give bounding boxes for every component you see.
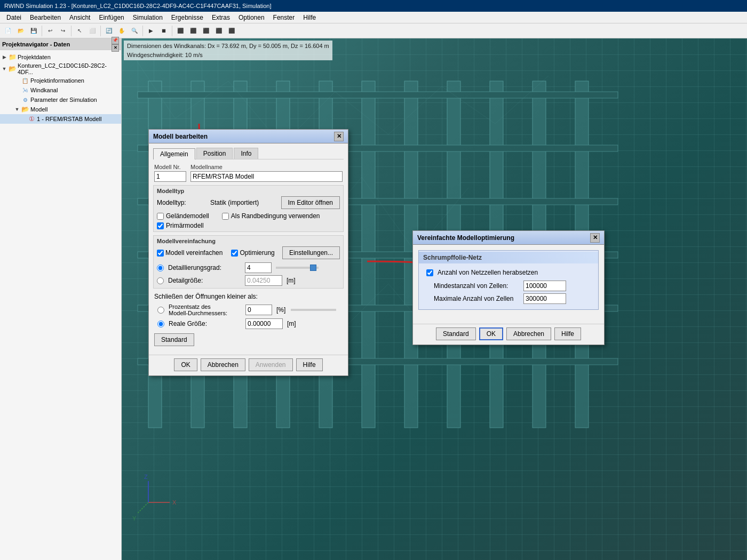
prozentsatz-row: Prozentsatz desModell-Durchmessers: [%]	[154, 302, 343, 317]
rb-reale-groesse[interactable]	[157, 321, 164, 327]
detail-slider[interactable]	[276, 267, 319, 269]
tree-item-parameter[interactable]: ⚙ Parameter der Simulation	[0, 95, 121, 105]
tree-item-modell-folder[interactable]: ▼ 📂 Modell	[0, 105, 121, 114]
cb-gelaendemodell[interactable]	[157, 213, 164, 220]
toolbar-zoom[interactable]: 🔍	[129, 25, 140, 37]
modell-nr-input[interactable]	[154, 171, 186, 182]
toolbar-select[interactable]: ⬜	[86, 25, 98, 37]
cb-randbedingung-label: Als Randbedingung verwenden	[231, 212, 320, 220]
tree-item-projektdaten[interactable]: ▶ 📁 Projektdaten	[0, 52, 121, 62]
rb-prozentsatz[interactable]	[157, 307, 164, 314]
dialog-modelloptimierung: Vereinfachte Modelloptimierung ✕ Schrump…	[412, 230, 605, 345]
toolbar-view3[interactable]: ⬛	[200, 25, 212, 37]
section-modelltyp: Modelltyp Modelltyp: Statik (importiert)…	[153, 185, 344, 232]
rb-detailgroesse-label: Detailgröße:	[168, 277, 243, 284]
tab-position[interactable]: Position	[196, 148, 233, 159]
toolbar-redo[interactable]: ↪	[57, 25, 69, 37]
btn-abbrechen[interactable]: Abbrechen	[201, 358, 245, 371]
navigator-pin[interactable]: 📌	[112, 37, 119, 44]
dialog2-close[interactable]: ✕	[590, 233, 600, 243]
oeffnung-slider[interactable]	[291, 309, 336, 311]
toolbar-pan[interactable]: ✋	[116, 25, 128, 37]
tab-allgemein[interactable]: Allgemein	[153, 148, 195, 159]
btn2-ok[interactable]: OK	[479, 327, 503, 340]
toolbar-stop[interactable]: ⏹	[158, 25, 170, 37]
tree-label-modell-folder: Modell	[30, 106, 47, 113]
cb-optimierung[interactable]	[231, 250, 238, 257]
toolbar-undo[interactable]: ↩	[44, 25, 56, 37]
detaillierungsgrad-input[interactable]	[245, 262, 272, 273]
menu-bearbeiten[interactable]: Bearbeiten	[26, 13, 65, 22]
btn-editor-oeffnen[interactable]: Im Editor öffnen	[281, 196, 340, 209]
toolbar-rotate[interactable]: 🔄	[103, 25, 115, 37]
toolbar-cursor[interactable]: ↖	[74, 25, 85, 37]
menu-hilfe[interactable]: Hilfe	[299, 13, 320, 22]
btn2-abbrechen[interactable]: Abbrechen	[506, 327, 551, 340]
rb-detailgroesse[interactable]	[157, 277, 164, 284]
prozentsatz-input[interactable]	[245, 305, 272, 315]
dialog1-footer: OK Abbrechen Anwenden Hilfe	[149, 355, 348, 375]
menu-simulation[interactable]: Simulation	[129, 13, 167, 22]
viewport-info-panel: Dimensionen des Windkanals: Dx = 73.692 …	[124, 41, 332, 60]
cb-modell-vereinfachen[interactable]	[157, 250, 164, 257]
no-expand	[14, 77, 20, 84]
rb-prozentsatz-label: Prozentsatz desModell-Durchmessers:	[169, 303, 243, 316]
toolbar-sep-3	[100, 26, 101, 36]
toolbar-sep-5	[172, 26, 172, 36]
maximale-row: Maximale Anzahl von Zellen	[434, 293, 594, 304]
folder-open-icon: 📂	[8, 65, 17, 73]
reale-groesse-unit: [m]	[287, 320, 296, 327]
cb-primaermodell[interactable]	[157, 222, 164, 229]
tree-label-projektinfo: Projektinformationen	[30, 77, 84, 84]
tab-info[interactable]: Info	[234, 148, 258, 159]
navigator-tree: ▶ 📁 Projektdaten ▼ 📂 Konturen_LC2_C1D0C1…	[0, 50, 121, 560]
toolbar-view4[interactable]: ⬛	[213, 25, 225, 37]
cb-randbedingung[interactable]	[222, 213, 229, 220]
primaermodell-row: Primärmodell	[154, 221, 343, 230]
menu-bar: Datei Bearbeiten Ansicht Einfügen Simula…	[0, 12, 747, 23]
btn-einstellungen[interactable]: Einstellungen...	[282, 246, 340, 259]
menu-fenster[interactable]: Fenster	[269, 13, 299, 22]
tree-item-projektinfo[interactable]: 📋 Projektinformationen	[0, 76, 121, 85]
toolbar-view1[interactable]: ⬛	[174, 25, 186, 37]
btn-standard[interactable]: Standard	[154, 333, 194, 346]
btn2-standard[interactable]: Standard	[436, 327, 476, 340]
main-area: Projektnavigator - Daten 📌 ✕ ▶ 📁 Projekt…	[0, 38, 747, 560]
toolbar-open[interactable]: 📂	[15, 25, 27, 37]
menu-einfuegen[interactable]: Einfügen	[94, 13, 128, 22]
tree-label-rfem: 1 - RFEM/RSTAB Modell	[37, 116, 101, 122]
modelltyp-value: Statik (importiert)	[210, 199, 281, 206]
navigator-controls: 📌 ✕	[112, 37, 119, 52]
detailgroesse-input[interactable]	[245, 275, 282, 286]
menu-extras[interactable]: Extras	[208, 13, 234, 22]
menu-datei[interactable]: Datei	[2, 13, 26, 22]
wind-icon: 🌬	[21, 86, 29, 94]
dialog1-close[interactable]: ✕	[334, 132, 344, 141]
viewport[interactable]: X Z Y Dimensionen des Windkanals: Dx = 7…	[122, 38, 747, 560]
tree-item-konturen[interactable]: ▼ 📂 Konturen_LC2_C1D0C16D-28C2-4DF...	[0, 62, 121, 76]
rb-detaillierungsgrad[interactable]	[157, 265, 164, 271]
tree-item-rfem[interactable]: ① 1 - RFEM/RSTAB Modell	[0, 114, 121, 124]
reale-groesse-input[interactable]	[245, 318, 283, 329]
toolbar-view2[interactable]: ⬛	[187, 25, 199, 37]
btn2-hilfe[interactable]: Hilfe	[554, 327, 581, 340]
btn-ok[interactable]: OK	[174, 358, 197, 371]
modellname-input[interactable]	[190, 171, 343, 182]
maximale-input[interactable]	[523, 293, 566, 304]
menu-optionen[interactable]: Optionen	[234, 13, 269, 22]
toolbar-save[interactable]: 💾	[28, 25, 39, 37]
tree-item-windkanal[interactable]: 🌬 Windkanal	[0, 85, 121, 95]
btn-anwenden[interactable]: Anwenden	[249, 358, 293, 371]
cb-anzahl-netzzellen[interactable]	[426, 269, 433, 276]
dialog1-title: Modell bearbeiten ✕	[149, 130, 348, 143]
toolbar-new[interactable]: 📄	[2, 25, 14, 37]
slider-thumb[interactable]	[310, 265, 316, 271]
modell-nr-name-row: Modell Nr. Modellname	[153, 164, 344, 182]
menu-ansicht[interactable]: Ansicht	[65, 13, 94, 22]
btn-hilfe[interactable]: Hilfe	[296, 358, 323, 371]
cb-primaermodell-label: Primärmodell	[166, 222, 204, 229]
mindestanzahl-input[interactable]	[523, 281, 566, 291]
toolbar-run[interactable]: ▶	[145, 25, 157, 37]
toolbar-view5[interactable]: ⬛	[226, 25, 237, 37]
menu-ergebnisse[interactable]: Ergebnisse	[167, 13, 208, 22]
